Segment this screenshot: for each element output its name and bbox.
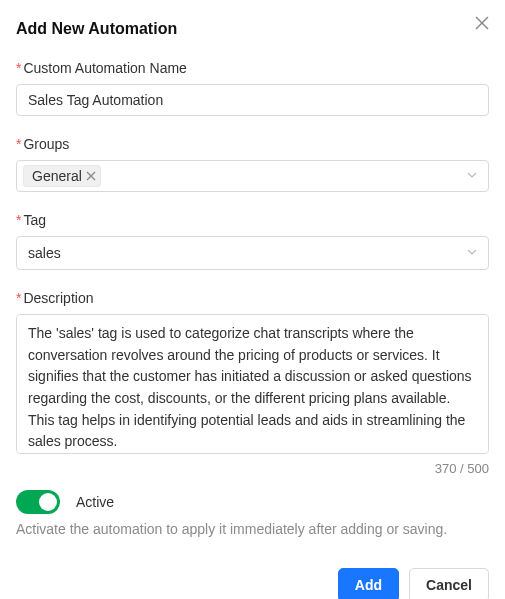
dialog-header: Add New Automation [16, 20, 489, 38]
group-chip: General [23, 165, 101, 187]
label-text: Custom Automation Name [23, 60, 186, 76]
description-counter: 370 / 500 [16, 461, 489, 476]
required-marker: * [16, 136, 21, 152]
chevron-down-icon [466, 245, 478, 261]
cancel-button[interactable]: Cancel [409, 568, 489, 599]
label-tag: *Tag [16, 212, 489, 228]
required-marker: * [16, 212, 21, 228]
add-button[interactable]: Add [338, 568, 399, 599]
field-tag: *Tag sales [16, 212, 489, 270]
label-text: Tag [23, 212, 46, 228]
active-switch[interactable] [16, 490, 60, 514]
dialog-footer: Add Cancel [16, 568, 489, 599]
description-textarea[interactable] [16, 314, 489, 454]
required-marker: * [16, 290, 21, 306]
field-description: *Description 370 / 500 [16, 290, 489, 476]
label-description: *Description [16, 290, 489, 306]
chevron-down-icon [466, 168, 478, 184]
tag-select[interactable]: sales [16, 236, 489, 270]
dialog-title: Add New Automation [16, 20, 177, 38]
close-icon [86, 171, 96, 181]
active-label: Active [76, 494, 114, 510]
label-groups: *Groups [16, 136, 489, 152]
close-button[interactable] [475, 16, 489, 30]
field-automation-name: *Custom Automation Name [16, 60, 489, 116]
automation-name-input[interactable] [16, 84, 489, 116]
close-icon [475, 16, 489, 30]
tag-select-value: sales [28, 245, 61, 261]
group-chip-label: General [32, 168, 82, 184]
label-text: Groups [23, 136, 69, 152]
switch-knob [39, 493, 57, 511]
label-text: Description [23, 290, 93, 306]
field-groups: *Groups General [16, 136, 489, 192]
active-help-text: Activate the automation to apply it imme… [16, 520, 489, 540]
label-automation-name: *Custom Automation Name [16, 60, 489, 76]
active-toggle-row: Active [16, 490, 489, 514]
groups-select[interactable]: General [16, 160, 489, 192]
group-chip-remove[interactable] [86, 171, 96, 181]
required-marker: * [16, 60, 21, 76]
